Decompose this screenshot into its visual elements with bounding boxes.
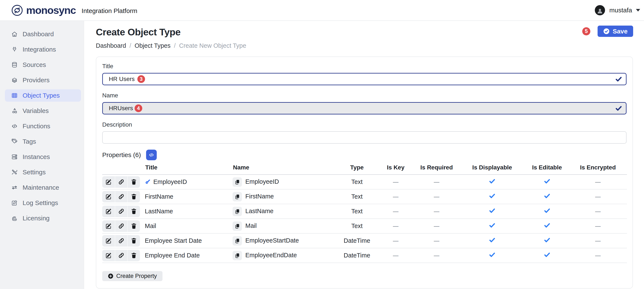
main-content: 5 Save Create Object Type Dashboard / Ob… [84, 21, 644, 289]
copy-name-button[interactable] [232, 221, 242, 231]
tools-icon [11, 169, 18, 176]
delete-property-button[interactable] [127, 191, 140, 202]
delete-property-button[interactable] [127, 176, 140, 188]
table-header-row: Title Name Type Is Key Is Required Is Di… [102, 161, 627, 175]
property-type: Text [351, 178, 362, 185]
column-is-encrypted: Is Encrypted [569, 161, 627, 175]
breadcrumb-dashboard[interactable]: Dashboard [96, 42, 126, 49]
properties-code-view-button[interactable] [146, 150, 157, 160]
chevron-down-icon [636, 9, 640, 12]
dash: — [595, 193, 601, 200]
edit-property-button[interactable] [102, 206, 115, 217]
dash: — [595, 238, 601, 244]
description-label: Description [102, 121, 626, 128]
plug-icon [11, 46, 18, 53]
link-icon [118, 208, 124, 214]
check-icon [489, 192, 496, 199]
delete-property-button[interactable] [127, 250, 140, 261]
brand: monosync Integration Platform [0, 4, 137, 17]
save-button-label: Save [613, 28, 628, 35]
link-property-button[interactable] [115, 250, 127, 261]
user-name: mustafa [609, 7, 632, 14]
check-icon [489, 222, 496, 229]
sidebar-item-variables: Variables [0, 103, 84, 119]
shapes-icon [11, 107, 18, 114]
database-icon [11, 61, 18, 68]
property-name: EmployeeEndDate [245, 251, 297, 258]
edit-icon [106, 194, 112, 199]
column-is-required: Is Required [414, 161, 459, 175]
check-icon [544, 192, 550, 199]
property-title: Employee End Date [145, 252, 200, 259]
name-input[interactable] [102, 102, 626, 114]
properties-table: Title Name Type Is Key Is Required Is Di… [102, 161, 627, 263]
breadcrumb: Dashboard / Object Types / Create New Ob… [96, 42, 644, 49]
create-property-button[interactable]: Create Property [102, 271, 162, 281]
delete-property-button[interactable] [127, 206, 140, 217]
trash-icon [131, 223, 137, 229]
edit-property-button[interactable] [102, 220, 115, 232]
user-menu[interactable]: mustafa [595, 5, 644, 15]
table-row: Employee Start Date EmployeeStartDate Da… [102, 233, 627, 248]
table-row: FirstName FirstName Text — — — [102, 189, 627, 204]
link-icon [118, 179, 124, 185]
dash: — [393, 193, 398, 200]
annotation-badge-4: 4 [134, 104, 142, 112]
breadcrumb-object-types[interactable]: Object Types [134, 42, 170, 49]
copy-name-button[interactable] [232, 207, 242, 216]
sidebar-item-label: Variables [22, 107, 49, 114]
key-icon [145, 178, 151, 185]
property-type: Text [351, 208, 362, 215]
description-input[interactable] [102, 131, 626, 144]
copy-name-button[interactable] [232, 192, 242, 201]
check-icon [544, 178, 550, 185]
link-property-button[interactable] [115, 206, 127, 217]
edit-property-button[interactable] [102, 235, 115, 246]
sidebar-item-sources: Sources [0, 57, 84, 73]
copy-name-button[interactable] [232, 251, 242, 260]
edit-property-button[interactable] [102, 250, 115, 261]
edit-icon [106, 238, 112, 244]
check-icon [544, 222, 550, 229]
dash: — [595, 208, 601, 215]
tag-icon [11, 138, 18, 145]
pencil-square-icon [11, 199, 18, 206]
row-action-group [102, 220, 140, 232]
properties-table-body: EmployeeID EmployeeID Text — — — FirstNa… [102, 175, 627, 263]
trash-icon [131, 194, 137, 199]
edit-property-button[interactable] [102, 191, 115, 202]
link-property-button[interactable] [115, 235, 127, 246]
dash: — [595, 223, 601, 229]
column-actions [102, 161, 145, 175]
trash-icon [131, 179, 137, 185]
app-header: monosync Integration Platform mustafa [0, 0, 644, 21]
link-property-button[interactable] [115, 191, 127, 202]
delete-property-button[interactable] [127, 235, 140, 246]
sidebar-item-label: Settings [22, 169, 46, 176]
link-property-button[interactable] [115, 176, 127, 188]
check-icon [489, 251, 496, 258]
copy-name-button[interactable] [232, 177, 242, 187]
title-label: Title [102, 63, 626, 70]
title-input[interactable] [102, 73, 626, 85]
link-property-button[interactable] [115, 220, 127, 232]
row-action-group [102, 191, 140, 202]
dash: — [434, 223, 439, 229]
property-type: DateTime [344, 252, 370, 259]
property-name: EmployeeID [245, 178, 279, 185]
row-action-group [102, 235, 140, 246]
column-name: Name [232, 161, 336, 175]
valid-check-icon [615, 76, 622, 83]
object-type-form-card: Title 3 Name 4 Description Properties (6… [96, 57, 633, 288]
edit-icon [106, 208, 112, 214]
dash: — [393, 252, 398, 259]
sidebar-item-settings: Settings [0, 165, 84, 180]
delete-property-button[interactable] [127, 220, 140, 232]
save-button[interactable]: Save [598, 26, 633, 37]
copy-name-button[interactable] [232, 236, 242, 245]
edit-property-button[interactable] [102, 176, 115, 188]
link-icon [118, 238, 124, 244]
code-icon [148, 152, 154, 158]
check-icon [544, 207, 550, 214]
home-icon [11, 31, 18, 38]
